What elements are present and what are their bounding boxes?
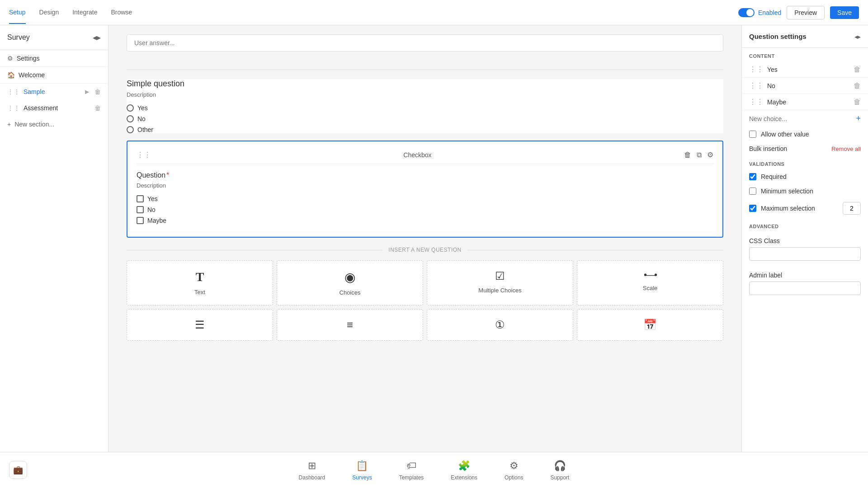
validation-minimum: Minimum selection [742,184,868,198]
choice-item-yes: ⋮⋮ Yes 🗑 [742,61,868,78]
number-type-icon: ① [495,319,505,331]
required-checkbox[interactable] [749,173,756,180]
trash-icon[interactable]: 🗑 [94,104,101,112]
validation-maximum: Maximum selection [742,198,868,218]
sidebar-settings-label: Settings [17,55,40,62]
top-nav-right: Enabled Preview Save [738,6,859,19]
question-types-grid: T Text ◉ Choices ☑ Multiple Choices •—• … [127,260,723,341]
save-button[interactable]: Save [830,6,859,19]
insert-label: INSERT A NEW QUESTION [388,247,461,253]
right-panel-collapse-icon[interactable]: ◂▸ [854,33,861,40]
briefcase-icon[interactable]: 💼 [9,461,27,479]
delete-choice-icon[interactable]: 🗑 [854,82,861,90]
new-choice-row: + [742,110,868,127]
delete-question-icon[interactable]: 🗑 [684,151,691,159]
validation-required: Required [742,169,868,184]
simple-question-desc: Description [127,91,723,98]
sidebar-section-sample[interactable]: ⋮⋮ Sample ▶ 🗑 [0,84,108,100]
sidebar-add-section[interactable]: + New section... [0,116,108,132]
enabled-toggle[interactable] [738,8,755,17]
scale-type-label: Scale [643,285,658,291]
multiple-type-label: Multiple Choices [478,287,521,294]
checkbox-header: ⋮⋮ Checkbox 🗑 ⧉ ⚙ [137,150,713,164]
allow-other-checkbox[interactable] [749,131,756,138]
add-choice-icon[interactable]: + [856,114,861,123]
right-panel-header: Question settings ◂▸ [742,25,868,48]
chevron-right-icon: ▶ [85,89,89,95]
drag-handle-icon: ⋮⋮ [7,88,20,95]
simple-question-block: Simple question Description Yes No Other [127,79,723,133]
templates-icon: 🏷 [406,460,416,472]
delete-choice-icon[interactable]: 🗑 [854,98,861,106]
sidebar-collapse-icon[interactable]: ◂▸ [93,33,101,42]
nav-dashboard[interactable]: ⊞ Dashboard [299,460,326,481]
maximum-checkbox[interactable] [749,205,756,212]
checkbox-yes-label: Yes [147,195,158,202]
sidebar-item-welcome[interactable]: 🏠 Welcome [0,67,108,84]
tab-design[interactable]: Design [39,1,59,24]
checkbox-unchecked-icon [137,217,144,224]
choice-item-no: ⋮⋮ No 🗑 [742,78,868,94]
checkbox-unchecked-icon [137,195,144,202]
question-type-list[interactable]: ☰ [127,309,273,341]
insert-line-right [467,250,723,250]
preview-button[interactable]: Preview [787,6,825,19]
validations-section-label: VALIDATIONS [742,156,868,169]
minimum-label: Minimum selection [761,188,861,195]
templates-label: Templates [399,474,424,481]
insert-new-question-area: INSERT A NEW QUESTION T Text ◉ Choices ☑… [127,247,723,341]
scale-type-icon: •—• [644,270,656,280]
nav-options[interactable]: ⚙ Options [505,460,523,481]
sidebar-title: Survey [7,33,30,42]
question-type-text[interactable]: T Text [127,260,273,305]
tab-browse[interactable]: Browse [111,1,132,24]
admin-label-section: Admin label [742,266,868,300]
maximum-value-input[interactable] [843,202,861,215]
sidebar-assessment-label: Assessment [24,104,58,112]
sidebar-item-settings[interactable]: ⚙ Settings [0,50,108,67]
admin-label-input[interactable] [749,282,861,295]
sidebar-section-assessment[interactable]: ⋮⋮ Assessment 🗑 [0,100,108,116]
right-panel: Question settings ◂▸ CONTENT ⋮⋮ Yes 🗑 ⋮⋮… [741,25,868,452]
nav-support[interactable]: 🎧 Support [550,460,569,481]
question-type-date[interactable]: 📅 [577,309,723,341]
delete-choice-icon[interactable]: 🗑 [854,66,861,74]
tab-integrate[interactable]: Integrate [72,1,97,24]
tab-setup[interactable]: Setup [9,1,26,24]
minimum-checkbox[interactable] [749,188,756,195]
question-type-multiple[interactable]: ☑ Multiple Choices [427,260,573,305]
simple-question-title: Simple question [127,79,723,89]
text-type-icon: T [196,270,204,284]
choice-yes-text: Yes [767,66,850,73]
question-type-number[interactable]: ① [427,309,573,341]
checkbox-question-name: Question* [137,171,713,179]
user-answer-input[interactable] [127,34,723,52]
options-icon: ⚙ [509,460,519,472]
nav-extensions[interactable]: 🧩 Extensions [451,460,477,481]
remove-all-button[interactable]: Remove all [831,145,861,152]
checkbox-no-label: No [147,206,156,213]
question-type-scale[interactable]: •—• Scale [577,260,723,305]
sidebar: Survey ◂▸ ⚙ Settings 🏠 Welcome ⋮⋮ Sample… [0,25,108,452]
allow-other-row[interactable]: Allow other value [742,127,868,141]
radio-option-yes: Yes [127,104,723,112]
choices-type-label: Choices [340,289,361,296]
nav-templates[interactable]: 🏷 Templates [399,460,424,481]
css-class-input[interactable] [749,247,861,261]
checkbox-question-block: ⋮⋮ Checkbox 🗑 ⧉ ⚙ Question* Description … [127,141,723,238]
duplicate-question-icon[interactable]: ⧉ [697,151,702,159]
settings-question-icon[interactable]: ⚙ [707,150,713,159]
question-type-choices[interactable]: ◉ Choices [277,260,423,305]
sidebar-header: Survey ◂▸ [0,25,108,50]
home-icon: 🏠 [7,71,15,79]
sidebar-welcome-label: Welcome [19,71,45,79]
question-type-lines[interactable]: ≡ [277,309,423,341]
toggle-knob [746,9,754,16]
admin-label-label: Admin label [749,272,861,279]
nav-surveys[interactable]: 📋 Surveys [352,460,372,481]
radio-no-label: No [137,115,146,122]
trash-icon[interactable]: 🗑 [94,88,101,95]
new-choice-input[interactable] [749,115,852,122]
radio-option-other: Other [127,126,723,133]
add-section-label: New section... [14,121,54,128]
